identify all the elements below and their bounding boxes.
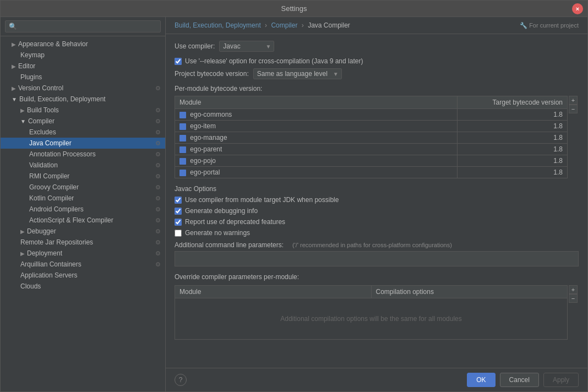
compiler-select[interactable]: Javac Eclipse Ajc [219, 41, 274, 52]
project-icon: 🔧 [520, 22, 527, 29]
sidebar-item-android-compilers[interactable]: Android Compilers ⚙ [1, 204, 165, 215]
javac-option-checkbox[interactable] [175, 230, 182, 237]
sidebar-item-groovy-compiler[interactable]: Groovy Compiler ⚙ [1, 182, 165, 193]
override-empty-row: Additional compilation options will be t… [175, 298, 568, 340]
compiler-select-wrapper: Javac Eclipse Ajc ▼ [219, 41, 274, 52]
module-version-cell: 1.8 [458, 109, 568, 121]
sidebar-item-appearance[interactable]: ▶ Appearance & Behavior [1, 39, 165, 50]
use-compiler-row: Use compiler: Javac Eclipse Ajc ▼ [175, 41, 579, 52]
sidebar-item-arquillian[interactable]: Arquillian Containers ⚙ [1, 259, 165, 270]
expand-icon: ▶ [12, 41, 16, 47]
table-row[interactable]: ego-portal 1.8 [175, 167, 568, 178]
table-row[interactable]: ego-item 1.8 [175, 121, 568, 132]
use-compiler-label: Use compiler: [175, 42, 215, 50]
sidebar-item-editor[interactable]: ▶ Editor [1, 61, 165, 72]
sidebar-item-version-control[interactable]: ▶ Version Control ⚙ [1, 83, 165, 94]
ok-button[interactable]: OK [467, 373, 495, 387]
breadcrumb-part-2[interactable]: Compiler [271, 21, 297, 29]
apply-button[interactable]: Apply [543, 373, 579, 387]
sidebar-item-label: Plugins [20, 73, 42, 81]
sidebar-item-label: ActionScript & Flex Compiler [29, 216, 113, 224]
per-module-label: Per-module bytecode version: [175, 85, 579, 92]
sync-icon: ⚙ [155, 151, 161, 158]
sidebar-item-java-compiler[interactable]: Java Compiler ⚙ [1, 138, 165, 149]
cross-compile-label: Use '--release' option for cross-compila… [185, 57, 363, 65]
javac-option-checkbox[interactable] [175, 208, 182, 215]
table-row[interactable]: ego-commons 1.8 [175, 109, 568, 121]
sync-icon: ⚙ [155, 228, 161, 235]
sidebar-item-build-exec-deploy[interactable]: ▼ Build, Execution, Deployment [1, 94, 165, 105]
cancel-button[interactable]: Cancel [500, 373, 539, 387]
cross-compile-checkbox[interactable] [175, 58, 182, 65]
module-table-side-btns: + − [569, 96, 578, 113]
search-input[interactable] [5, 20, 161, 32]
sidebar-item-validation[interactable]: Validation ⚙ [1, 160, 165, 171]
sync-icon: ⚙ [155, 184, 161, 191]
sidebar-item-label: Clouds [20, 282, 41, 290]
sidebar-item-compiler[interactable]: ▼ Compiler ⚙ [1, 116, 165, 127]
sidebar-item-excludes[interactable]: Excludes ⚙ [1, 127, 165, 138]
bytecode-version-row: Project bytecode version: Same as langua… [175, 68, 579, 79]
sidebar-item-plugins[interactable]: Plugins [1, 72, 165, 83]
sync-icon: ⚙ [155, 140, 161, 147]
breadcrumb-separator-2: › [302, 21, 304, 29]
expand-icon: ▶ [20, 251, 25, 257]
title-bar: Settings × [1, 1, 587, 17]
sync-icon: ⚙ [155, 85, 161, 92]
cmd-params-input[interactable] [175, 251, 579, 266]
bytecode-version-label: Project bytecode version: [175, 70, 249, 78]
javac-option-checkbox[interactable] [175, 197, 182, 204]
settings-window: Settings × ▶ Appearance & Behavior Keyma… [0, 0, 588, 392]
sidebar-item-annotation-processors[interactable]: Annotation Processors ⚙ [1, 149, 165, 160]
override-col-compilation: Compilation options [371, 286, 568, 298]
sidebar-item-label: Excludes [29, 128, 56, 136]
add-module-button[interactable]: + [569, 96, 578, 105]
sidebar-item-label: Kotlin Compiler [29, 194, 74, 202]
sidebar-item-actionscript-flex[interactable]: ActionScript & Flex Compiler ⚙ [1, 215, 165, 226]
javac-option-checkbox[interactable] [175, 219, 182, 226]
expand-icon: ▶ [20, 228, 25, 235]
sync-icon: ⚙ [155, 217, 161, 224]
table-row[interactable]: ego-pojo 1.8 [175, 155, 568, 167]
window-title: Settings [281, 4, 307, 13]
javac-option-row: Report use of deprecated features [175, 218, 579, 226]
sync-icon: ⚙ [155, 118, 161, 125]
sidebar-item-remote-jar[interactable]: Remote Jar Repositories ⚙ [1, 237, 165, 248]
sidebar-item-debugger[interactable]: ▶ Debugger ⚙ [1, 226, 165, 237]
sidebar-item-app-servers[interactable]: Application Servers [1, 270, 165, 281]
override-col-module: Module [175, 286, 372, 298]
sidebar-item-label: Debugger [27, 227, 56, 235]
bytecode-version-select[interactable]: Same as language level 1.61.71.8 91011 [253, 68, 342, 79]
sidebar-item-deployment[interactable]: ▶ Deployment ⚙ [1, 248, 165, 259]
close-button[interactable]: × [572, 3, 583, 14]
override-table: Module Compilation options Additional co… [175, 285, 568, 340]
breadcrumb-part-1[interactable]: Build, Execution, Deployment [175, 21, 261, 29]
add-override-button[interactable]: + [569, 285, 578, 294]
table-row[interactable]: ego-parent 1.8 [175, 144, 568, 155]
module-version-cell: 1.8 [458, 132, 568, 144]
cmd-params-hint: ('/' recommended in paths for cross-plat… [292, 242, 452, 248]
module-table: Module Target bytecode version ego-commo… [175, 96, 568, 178]
sidebar-tree: ▶ Appearance & Behavior Keymap ▶ Editor … [1, 36, 165, 391]
sidebar-item-build-tools[interactable]: ▶ Build Tools ⚙ [1, 105, 165, 116]
sidebar-item-label: Java Compiler [29, 139, 72, 147]
cmd-params-section: Additional command line parameters: ('/'… [175, 241, 579, 266]
bytecode-select-wrapper: Same as language level 1.61.71.8 91011 ▼ [253, 68, 342, 79]
sidebar-item-label: Validation [29, 161, 58, 169]
sync-icon: ⚙ [155, 261, 161, 268]
remove-override-button[interactable]: − [569, 294, 578, 303]
remove-module-button[interactable]: − [569, 105, 578, 113]
javac-option-row: Generate no warnings [175, 229, 579, 237]
help-button[interactable]: ? [175, 374, 187, 386]
sync-icon: ⚙ [155, 107, 161, 114]
breadcrumb-separator-1: › [265, 21, 267, 29]
sidebar-item-clouds[interactable]: Clouds [1, 281, 165, 292]
override-table-container: Module Compilation options Additional co… [175, 285, 568, 340]
expand-icon: ▼ [20, 118, 26, 124]
sidebar-item-keymap[interactable]: Keymap [1, 50, 165, 61]
module-name-cell: ego-portal [175, 167, 458, 178]
sidebar-item-rmi-compiler[interactable]: RMI Compiler ⚙ [1, 171, 165, 182]
sync-icon: ⚙ [155, 206, 161, 213]
sidebar-item-kotlin-compiler[interactable]: Kotlin Compiler ⚙ [1, 193, 165, 204]
table-row[interactable]: ego-manage 1.8 [175, 132, 568, 144]
